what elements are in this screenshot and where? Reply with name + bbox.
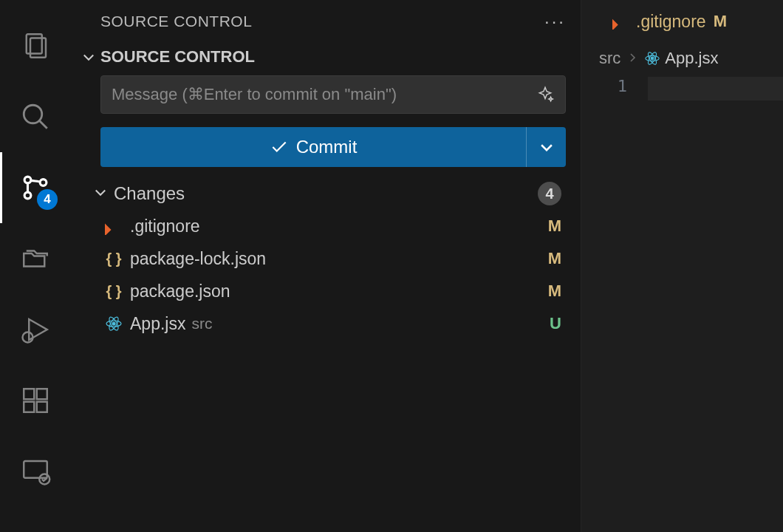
svg-rect-14 <box>105 223 111 235</box>
panel-title: SOURCE CONTROL <box>100 13 544 30</box>
breadcrumb-dir: src <box>599 49 620 68</box>
tab-status: M <box>714 12 727 31</box>
file-row[interactable]: { } package.json M <box>71 275 581 307</box>
react-file-icon <box>644 50 660 66</box>
svg-rect-8 <box>24 389 34 399</box>
chevron-down-icon <box>80 48 98 66</box>
svg-rect-11 <box>37 389 47 399</box>
code-area[interactable] <box>648 77 783 532</box>
line-number: 1 <box>581 77 627 95</box>
scm-section-label: SOURCE CONTROL <box>100 47 255 66</box>
source-control-icon[interactable]: 4 <box>0 152 71 223</box>
editor-tabs: .gitignore M <box>581 0 783 43</box>
git-file-icon <box>105 217 123 235</box>
file-dir: src <box>191 315 212 332</box>
sparkle-icon[interactable] <box>536 85 555 104</box>
tab-name: .gitignore <box>636 12 706 32</box>
svg-rect-19 <box>612 19 618 30</box>
commit-message-input[interactable] <box>112 85 536 104</box>
svg-point-20 <box>651 57 654 60</box>
file-name: .gitignore <box>130 216 200 236</box>
search-icon[interactable] <box>0 81 71 152</box>
svg-point-4 <box>24 177 31 183</box>
json-file-icon: { } <box>105 282 123 300</box>
json-file-icon: { } <box>105 250 123 267</box>
folders-icon[interactable] <box>0 223 71 294</box>
svg-rect-9 <box>24 402 34 412</box>
svg-rect-12 <box>24 461 47 478</box>
svg-line-3 <box>39 120 47 129</box>
commit-message-row <box>100 75 566 114</box>
svg-rect-10 <box>37 402 47 412</box>
git-file-icon <box>612 13 629 30</box>
editor-tab[interactable]: .gitignore M <box>599 0 740 43</box>
file-status: U <box>550 314 561 333</box>
explorer-icon[interactable] <box>0 10 71 81</box>
file-status: M <box>548 282 561 301</box>
svg-point-2 <box>24 105 42 123</box>
changes-count-badge: 4 <box>538 182 561 205</box>
source-control-panel: SOURCE CONTROL ··· SOURCE CONTROL Commit <box>71 0 581 532</box>
changes-label: Changes <box>114 183 538 204</box>
commit-button[interactable]: Commit <box>100 127 526 167</box>
svg-point-6 <box>40 180 47 186</box>
commit-button-label: Commit <box>296 137 358 157</box>
svg-point-5 <box>24 192 31 199</box>
chevron-down-icon <box>93 185 111 202</box>
extensions-icon[interactable] <box>0 365 71 436</box>
svg-point-7 <box>23 332 33 343</box>
svg-rect-0 <box>27 34 42 53</box>
file-name: App.jsx <box>130 314 185 334</box>
file-row[interactable]: App.jsx src U <box>71 307 581 340</box>
scm-badge: 4 <box>37 189 58 210</box>
breadcrumb[interactable]: src App.jsx <box>581 43 783 74</box>
file-row[interactable]: { } package-lock.json M <box>71 242 581 275</box>
remote-icon[interactable] <box>0 436 71 507</box>
scm-section-header[interactable]: SOURCE CONTROL <box>71 43 581 75</box>
file-status: M <box>548 216 561 236</box>
commit-dropdown-button[interactable] <box>526 127 566 167</box>
activity-bar: 4 <box>0 0 71 532</box>
more-actions-icon[interactable]: ··· <box>544 11 566 32</box>
active-line <box>648 77 783 100</box>
breadcrumb-file: App.jsx <box>665 49 718 68</box>
file-name: package.json <box>130 282 230 301</box>
changes-header[interactable]: Changes 4 <box>71 167 581 210</box>
file-status: M <box>548 249 561 268</box>
run-debug-icon[interactable] <box>0 294 71 365</box>
react-file-icon <box>105 315 123 332</box>
editor-area: .gitignore M src App.jsx 1 <box>581 0 783 532</box>
chevron-right-icon <box>626 49 638 68</box>
svg-rect-1 <box>30 38 46 58</box>
line-gutter: 1 <box>581 77 648 532</box>
svg-point-15 <box>112 322 115 325</box>
file-row[interactable]: .gitignore M <box>71 210 581 242</box>
file-name: package-lock.json <box>130 249 266 269</box>
